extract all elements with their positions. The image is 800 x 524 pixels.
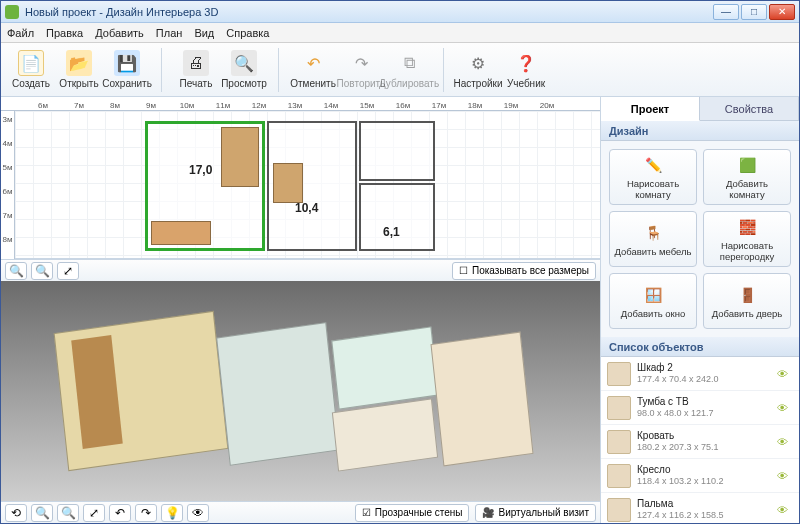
add-furniture-button[interactable]: 🪑Добавить мебель <box>609 211 697 267</box>
visibility-icon[interactable]: 👁 <box>777 368 793 380</box>
zoom-in-2d-button[interactable]: 🔍 <box>31 262 53 280</box>
chair-icon: 🪑 <box>642 222 664 244</box>
transparent-walls-toggle[interactable]: ☑Прозрачные стены <box>355 504 470 522</box>
room-2-area: 10,4 <box>295 201 318 215</box>
object-list[interactable]: Шкаф 2177.4 x 70.4 x 242.0👁 Тумба с ТВ98… <box>601 357 799 523</box>
furniture-table[interactable] <box>273 163 303 203</box>
tutorial-button[interactable]: ❓Учебник <box>502 48 550 91</box>
add-room-button[interactable]: 🟩Добавить комнату <box>703 149 791 205</box>
list-item[interactable]: Тумба с ТВ98.0 x 48.0 x 121.7👁 <box>601 391 799 425</box>
object-thumb <box>607 362 631 386</box>
window-title: Новый проект - Дизайн Интерьера 3D <box>25 6 713 18</box>
show-sizes-toggle[interactable]: ☐Показывать все размеры <box>452 262 596 280</box>
visibility-icon[interactable]: 👁 <box>777 436 793 448</box>
object-thumb <box>607 430 631 454</box>
minimize-button[interactable]: — <box>713 4 739 20</box>
furniture-wardrobe[interactable] <box>221 127 259 187</box>
pencil-icon: ✏️ <box>642 154 664 176</box>
content-area: 6м7м8м9м10м11м12м13м14м15м16м17м18м19м20… <box>1 97 799 523</box>
zoom-in-3d-button[interactable]: 🔍 <box>57 504 79 522</box>
add-window-button[interactable]: 🪟Добавить окно <box>609 273 697 329</box>
object-thumb <box>607 498 631 522</box>
checkbox-icon: ☑ <box>362 507 371 518</box>
add-room-icon: 🟩 <box>736 154 758 176</box>
design-header: Дизайн <box>601 121 799 141</box>
ruler-vertical: 3м4м5м6м7м8м <box>1 111 15 259</box>
zoom-out-3d-button[interactable]: 🔍 <box>31 504 53 522</box>
toolbar: 📄Создать 📂Открыть 💾Сохранить 🖨Печать 🔍Пр… <box>1 43 799 97</box>
room-1-area: 17,0 <box>189 163 212 177</box>
undo-button[interactable]: ↶Отменить <box>289 48 337 91</box>
close-button[interactable]: ✕ <box>769 4 795 20</box>
save-button[interactable]: 💾Сохранить <box>103 48 151 91</box>
menu-plan[interactable]: План <box>156 27 183 39</box>
tab-project[interactable]: Проект <box>601 97 700 121</box>
menu-view[interactable]: Вид <box>194 27 214 39</box>
ruler-horizontal: 6м7м8м9м10м11м12м13м14м15м16м17м18м19м20… <box>1 97 600 111</box>
visibility-icon[interactable]: 👁 <box>777 470 793 482</box>
add-door-button[interactable]: 🚪Добавить дверь <box>703 273 791 329</box>
redo-button[interactable]: ↷Повторить <box>337 48 385 91</box>
settings-button[interactable]: ⚙Настройки <box>454 48 502 91</box>
zoom-out-2d-button[interactable]: 🔍 <box>5 262 27 280</box>
view3d-rotate-left-button[interactable]: ↶ <box>109 504 131 522</box>
open-button[interactable]: 📂Открыть <box>55 48 103 91</box>
room-1[interactable]: 17,0 <box>145 121 265 251</box>
canvas-area: 6м7м8м9м10м11м12м13м14м15м16м17м18м19м20… <box>1 97 601 523</box>
titlebar: Новый проект - Дизайн Интерьера 3D — □ ✕ <box>1 1 799 23</box>
checkbox-icon: ☐ <box>459 265 468 276</box>
side-tabs: Проект Свойства <box>601 97 799 121</box>
print-button[interactable]: 🖨Печать <box>172 48 220 91</box>
plan-2d-footer: 🔍 🔍 ⤢ ☐Показывать все размеры <box>1 259 600 281</box>
room-3a[interactable] <box>359 121 435 181</box>
create-button[interactable]: 📄Создать <box>7 48 55 91</box>
view3d-light-button[interactable]: 💡 <box>161 504 183 522</box>
preview-button[interactable]: 🔍Просмотр <box>220 48 268 91</box>
duplicate-button[interactable]: ⧉Дублировать <box>385 48 433 91</box>
view3d-reset-button[interactable]: ⤢ <box>83 504 105 522</box>
list-item[interactable]: Шкаф 2177.4 x 70.4 x 242.0👁 <box>601 357 799 391</box>
zoom-ext-2d-button[interactable]: ⤢ <box>57 262 79 280</box>
view-3d-footer: ⟲ 🔍 🔍 ⤢ ↶ ↷ 💡 👁 ☑Прозрачные стены 🎥Вирту… <box>1 501 600 523</box>
tab-properties[interactable]: Свойства <box>700 97 799 120</box>
plan-2d-canvas[interactable]: 17,0 10,4 6,1 <box>15 111 600 259</box>
object-thumb <box>607 396 631 420</box>
menubar: Файл Правка Добавить План Вид Справка <box>1 23 799 43</box>
menu-help[interactable]: Справка <box>226 27 269 39</box>
side-panel: Проект Свойства Дизайн ✏️Нарисовать комн… <box>601 97 799 523</box>
wall-icon: 🧱 <box>736 216 758 238</box>
view3d-rotate-right-button[interactable]: ↷ <box>135 504 157 522</box>
menu-edit[interactable]: Правка <box>46 27 83 39</box>
room-3-area: 6,1 <box>383 225 400 239</box>
app-window: Новый проект - Дизайн Интерьера 3D — □ ✕… <box>0 0 800 524</box>
maximize-button[interactable]: □ <box>741 4 767 20</box>
menu-add[interactable]: Добавить <box>95 27 144 39</box>
list-item[interactable]: Кресло118.4 x 103.2 x 110.2👁 <box>601 459 799 493</box>
visibility-icon[interactable]: 👁 <box>777 402 793 414</box>
view-3d-canvas[interactable] <box>1 281 600 501</box>
furniture-sofa[interactable] <box>151 221 211 245</box>
visibility-icon[interactable]: 👁 <box>777 504 793 516</box>
view3d-eye-button[interactable]: 👁 <box>187 504 209 522</box>
camera-icon: 🎥 <box>482 507 494 518</box>
room-3[interactable]: 6,1 <box>359 183 435 251</box>
room-2[interactable]: 10,4 <box>267 121 357 251</box>
menu-file[interactable]: Файл <box>7 27 34 39</box>
list-item[interactable]: Кровать180.2 x 207.3 x 75.1👁 <box>601 425 799 459</box>
object-thumb <box>607 464 631 488</box>
draw-wall-button[interactable]: 🧱Нарисовать перегородку <box>703 211 791 267</box>
draw-room-button[interactable]: ✏️Нарисовать комнату <box>609 149 697 205</box>
objects-header: Список объектов <box>601 337 799 357</box>
window-icon: 🪟 <box>642 284 664 306</box>
design-grid: ✏️Нарисовать комнату 🟩Добавить комнату 🪑… <box>601 141 799 337</box>
list-item[interactable]: Пальма127.4 x 116.2 x 158.5👁 <box>601 493 799 523</box>
virtual-tour-button[interactable]: 🎥Виртуальный визит <box>475 504 596 522</box>
app-icon <box>5 5 19 19</box>
door-icon: 🚪 <box>736 284 758 306</box>
view3d-angle-button[interactable]: ⟲ <box>5 504 27 522</box>
